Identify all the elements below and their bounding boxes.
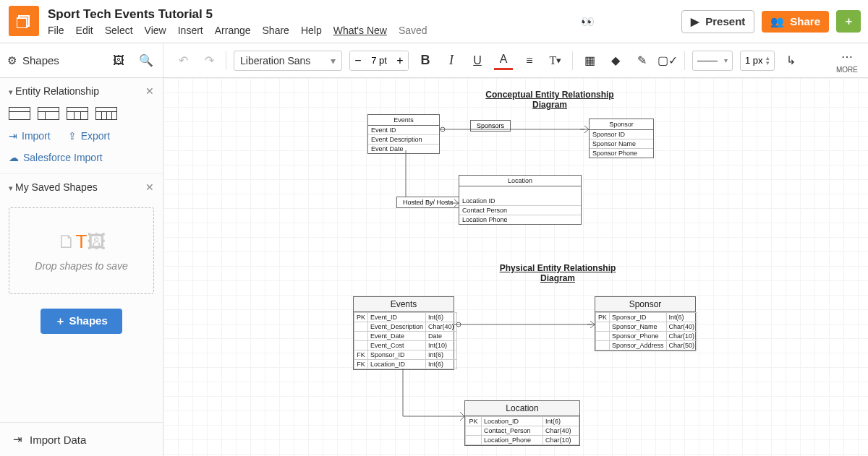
table-row: Event_CostInt(10) (354, 341, 457, 350)
document-title[interactable]: Sport Tech Events Tutorial 5 (48, 7, 572, 22)
more-button[interactable]: ⋯ (838, 47, 856, 66)
entity-field: Contact Person (459, 206, 581, 215)
entity-location-physical[interactable]: Location PKLocation_IDInt(6)Contact_Pers… (464, 400, 580, 446)
text-options-button[interactable]: T▾ (546, 51, 565, 70)
table-row: FKLocation_IDInt(6) (354, 360, 457, 369)
image-icon[interactable]: 🖼 (109, 51, 128, 70)
text-color-button[interactable]: A (494, 51, 513, 70)
relationship-hosted[interactable]: Hosted By/ Hosts (396, 197, 460, 208)
entity-field: Event ID (368, 126, 439, 135)
section-my-saved-shapes[interactable]: My Saved Shapes ✕ (0, 173, 163, 200)
diagram-title-physical: Physical Entity Relationship Diagram (496, 263, 619, 283)
close-icon[interactable]: ✕ (145, 85, 154, 97)
er-shape-4[interactable] (95, 107, 117, 120)
underline-button[interactable]: U (468, 51, 487, 70)
close-icon[interactable]: ✕ (145, 181, 154, 193)
svg-point-3 (441, 127, 445, 132)
undo-button[interactable]: ↶ (174, 51, 192, 70)
table-row: PKSponsor_IDInt(6) (596, 313, 697, 322)
align-button[interactable]: ≡ (520, 51, 539, 70)
gear-icon[interactable]: ⚙ (7, 54, 17, 67)
fill-grid-button[interactable]: ▦ (580, 51, 599, 70)
line-width-control[interactable]: 1 px ▴▾ (740, 51, 775, 71)
font-family-label: Liberation Sans (240, 55, 310, 66)
entity-events-conceptual[interactable]: Events Event ID Event Description Event … (367, 114, 440, 154)
er-shape-2[interactable] (38, 107, 59, 120)
entity-header: Sponsor (595, 297, 695, 312)
present-button[interactable]: ▶ Present (681, 10, 754, 33)
people-icon: 👥 (770, 15, 784, 28)
import-icon: ⇥ (9, 130, 17, 142)
svg-rect-1 (17, 18, 27, 28)
entity-sponsor-physical[interactable]: Sponsor PKSponsor_IDInt(6)Sponsor_NameCh… (595, 296, 696, 351)
entity-header: Location (459, 176, 581, 186)
chevron-down-icon: ▾ (331, 55, 336, 66)
add-shapes-button[interactable]: ＋ Shapes (41, 309, 122, 334)
menu-view[interactable]: View (145, 25, 166, 36)
shapes-placeholder-icon: 🗋T🖼 (57, 231, 106, 253)
collab-button[interactable]: ＋ (836, 10, 861, 33)
bold-button[interactable]: B (416, 51, 435, 70)
relationship-sponsors[interactable]: Sponsors (470, 120, 511, 132)
salesforce-import-link[interactable]: ☁Salesforce Import (9, 152, 103, 163)
canvas[interactable]: Conceptual Entity Relationship Diagram E… (163, 78, 868, 456)
line-arrow-button[interactable]: ↳ (782, 51, 801, 70)
entity-field: Sponsor Name (590, 139, 653, 149)
import-data-label: Import Data (30, 434, 86, 446)
add-person-icon: ＋ (843, 14, 854, 28)
menu-select[interactable]: Select (105, 25, 133, 36)
table-row: Event_DateDate (354, 332, 457, 341)
table-row: Event_DescriptionChar(40) (354, 322, 457, 332)
table-row: Sponsor_AddressChar(50) (596, 341, 697, 350)
share-button[interactable]: 👥 Share (762, 11, 829, 33)
menu-edit[interactable]: Edit (76, 25, 93, 36)
table-row: PKEvent_IDInt(6) (354, 313, 457, 322)
entity-field: Event Date (368, 145, 439, 153)
export-icon: ⇪ (68, 130, 77, 142)
section-title: Entity Relationship (9, 85, 99, 97)
present-label: Present (705, 15, 745, 27)
menu-whats-new[interactable]: What's New (333, 25, 387, 36)
table-row: Contact_PersonChar(40) (466, 426, 579, 436)
svg-point-7 (456, 322, 461, 327)
table-row: Sponsor_NameChar(40) (596, 322, 697, 332)
font-size-increase[interactable]: + (392, 51, 408, 70)
entity-header: Events (354, 297, 454, 312)
italic-button[interactable]: I (442, 51, 461, 70)
feature-find-button[interactable]: 👀 Feature Find (572, 11, 674, 33)
fill-color-button[interactable]: ◆ (606, 51, 625, 70)
menu-help[interactable]: Help (301, 25, 322, 36)
table-row: PKLocation_IDInt(6) (466, 417, 579, 426)
font-size-input[interactable] (366, 51, 392, 70)
shape-options-button[interactable]: ▢✓ (658, 51, 677, 70)
table-row: FKSponsor_IDInt(6) (354, 350, 457, 360)
menu-insert[interactable]: Insert (178, 25, 203, 36)
font-size-decrease[interactable]: − (350, 51, 366, 70)
section-entity-relationship[interactable]: Entity Relationship ✕ (0, 78, 163, 104)
menu-arrange[interactable]: Arrange (215, 25, 251, 36)
entity-field: Event Description (368, 135, 439, 145)
import-link[interactable]: ⇥Import (9, 130, 51, 142)
saved-shapes-dropzone[interactable]: 🗋T🖼 Drop shapes to save (9, 207, 154, 294)
share-label: Share (790, 15, 820, 27)
er-shape-1[interactable] (9, 107, 30, 120)
line-color-button[interactable]: ✎ (632, 51, 651, 70)
entity-location-conceptual[interactable]: Location Location ID Contact Person Loca… (459, 175, 582, 225)
line-style-select[interactable]: ▾ (692, 51, 733, 71)
cloud-icon: ☁ (9, 152, 19, 163)
shapes-panel-title: Shapes (22, 54, 59, 66)
search-icon[interactable]: 🔍 (137, 51, 156, 70)
menu-file[interactable]: File (48, 25, 64, 36)
redo-button[interactable]: ↷ (200, 51, 218, 70)
more-label: MORE (836, 66, 858, 74)
app-logo[interactable] (9, 6, 39, 36)
entity-sponsor-conceptual[interactable]: Sponsor Sponsor ID Sponsor Name Sponsor … (589, 119, 654, 158)
font-family-select[interactable]: Liberation Sans ▾ (234, 51, 342, 71)
import-data-button[interactable]: ⇥ Import Data (0, 422, 163, 456)
menu-share[interactable]: Share (263, 25, 289, 36)
export-link[interactable]: ⇪Export (68, 130, 110, 142)
table-row: Location_PhoneChar(10) (466, 436, 579, 445)
entity-events-physical[interactable]: Events PKEvent_IDInt(6)Event_Description… (353, 296, 454, 370)
er-shape-3[interactable] (67, 107, 88, 120)
font-size-control[interactable]: − + (349, 51, 409, 71)
